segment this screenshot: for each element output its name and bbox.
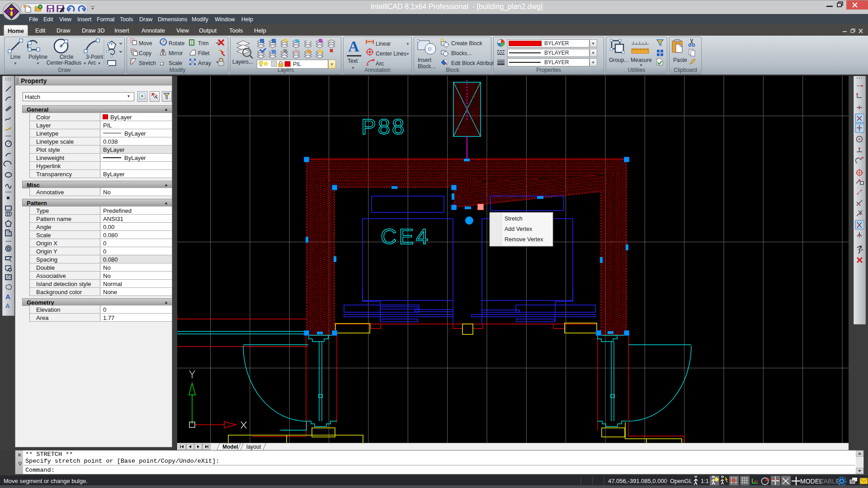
svg-text:A: A (5, 302, 10, 310)
svg-text:A: A (5, 293, 10, 300)
svg-text:P88: P88 (361, 114, 406, 139)
svg-text:Add Vertex: Add Vertex (505, 226, 533, 232)
svg-text:CE4: CE4 (381, 224, 430, 249)
svg-text:Remove Vertex: Remove Vertex (505, 236, 543, 243)
svg-text:Model: Model (222, 444, 238, 450)
svg-text:1:1: 1:1 (701, 478, 709, 484)
svg-text:Stretch: Stretch (505, 216, 523, 222)
svg-text:layout: layout (246, 444, 261, 450)
